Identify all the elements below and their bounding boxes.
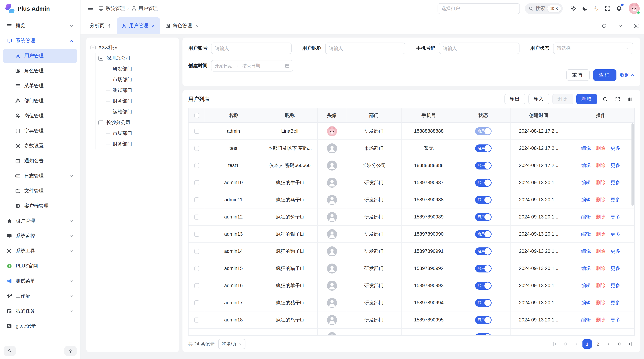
tree-node[interactable]: XXX科技: [90, 42, 174, 53]
edit-link[interactable]: 编辑: [581, 282, 591, 289]
sidebar-item-menus[interactable]: 菜单管理: [3, 79, 77, 93]
collapse-sidebar-button[interactable]: [4, 346, 16, 356]
tree-node[interactable]: 研发部门: [106, 64, 174, 74]
sidebar-item-logs[interactable]: DEV日志管理: [3, 169, 77, 183]
row-checkbox[interactable]: [194, 214, 199, 219]
sidebar-item-params[interactable]: 参数设置: [3, 139, 77, 153]
more-link[interactable]: 更多: [610, 300, 620, 306]
tree-node[interactable]: 市场部门: [106, 74, 174, 85]
sidebar-item-files[interactable]: 文件管理: [3, 184, 77, 198]
delete-link[interactable]: 删除: [596, 265, 606, 272]
edit-link[interactable]: 编辑: [581, 317, 591, 323]
status-toggle[interactable]: 启用: [475, 179, 492, 186]
delete-link[interactable]: 删除: [596, 162, 606, 169]
delete-link[interactable]: 删除: [596, 231, 606, 237]
tree-node[interactable]: 深圳总公司: [96, 53, 174, 64]
sidebar-item-posts[interactable]: 岗位管理: [3, 109, 77, 123]
sidebar-item-depts[interactable]: 部门管理: [3, 94, 77, 108]
row-checkbox[interactable]: [194, 146, 199, 151]
status-toggle[interactable]: 启用: [475, 299, 492, 307]
page-size-select[interactable]: 20条/页: [218, 339, 246, 349]
status-toggle[interactable]: 启用: [475, 247, 492, 255]
status-toggle[interactable]: 启用: [475, 127, 492, 135]
delete-button[interactable]: 删除: [552, 94, 573, 104]
delete-link[interactable]: 删除: [596, 214, 606, 220]
page-2[interactable]: 2: [593, 339, 602, 349]
delete-link[interactable]: 删除: [596, 317, 606, 323]
first-page-button[interactable]: [550, 339, 560, 349]
row-checkbox[interactable]: [194, 335, 199, 336]
import-button[interactable]: 导入: [528, 94, 549, 104]
row-checkbox[interactable]: [194, 317, 199, 322]
account-input[interactable]: [211, 42, 292, 54]
fullscreen-button[interactable]: [602, 3, 613, 14]
sidebar-item-dict[interactable]: 字典管理: [3, 124, 77, 138]
next-page-button[interactable]: [604, 339, 613, 349]
delete-link[interactable]: 删除: [596, 282, 606, 289]
more-link[interactable]: 更多: [610, 317, 620, 323]
chevron-down-button[interactable]: [612, 17, 628, 34]
sidebar-item-tools[interactable]: 系统工具: [3, 244, 77, 258]
scan-button[interactable]: [628, 17, 644, 34]
delete-link[interactable]: 删除: [596, 300, 606, 306]
close-icon[interactable]: [151, 23, 155, 28]
status-toggle[interactable]: 启用: [475, 316, 492, 324]
status-toggle[interactable]: 启用: [475, 333, 492, 336]
prev-page-button[interactable]: [572, 339, 581, 349]
more-link[interactable]: 更多: [610, 196, 620, 203]
tree-collapse-toggle[interactable]: [98, 120, 104, 125]
status-toggle[interactable]: 启用: [475, 144, 492, 152]
row-checkbox[interactable]: [194, 180, 199, 185]
edit-link[interactable]: 编辑: [581, 231, 591, 237]
status-select[interactable]: 请选择: [553, 42, 633, 54]
tab-analysis[interactable]: 分析页: [85, 17, 116, 34]
sidebar-item-notice[interactable]: 通知公告: [3, 154, 77, 168]
edit-link[interactable]: 编辑: [581, 265, 591, 272]
row-checkbox[interactable]: [194, 249, 199, 254]
tree-node[interactable]: 长沙分公司: [96, 117, 174, 128]
query-button[interactable]: 查询: [593, 69, 616, 81]
refresh-button[interactable]: [600, 94, 610, 104]
status-toggle[interactable]: 启用: [475, 282, 492, 290]
edit-link[interactable]: 编辑: [581, 145, 591, 151]
delete-link[interactable]: 删除: [596, 196, 606, 203]
jump-forward-button[interactable]: [615, 339, 624, 349]
more-link[interactable]: 更多: [610, 265, 620, 272]
edit-link[interactable]: 编辑: [581, 214, 591, 220]
sidebar-item-system[interactable]: 系统管理: [3, 34, 77, 48]
select-all-checkbox[interactable]: [194, 113, 199, 118]
status-toggle[interactable]: 启用: [475, 161, 492, 169]
delete-link[interactable]: 删除: [596, 179, 606, 186]
add-button[interactable]: 新增: [576, 94, 597, 104]
sidebar-item-roles[interactable]: 角色管理: [3, 64, 77, 78]
more-link[interactable]: 更多: [610, 248, 620, 254]
global-search-button[interactable]: 搜索 ⌘ K: [525, 3, 563, 14]
sidebar-item-workflow[interactable]: 工作流: [3, 289, 77, 303]
tree-node[interactable]: 市场部门: [106, 128, 174, 139]
sidebar-item-my-tasks[interactable]: 我的任务: [3, 304, 77, 318]
tree-node[interactable]: 测试部门: [106, 85, 174, 96]
edit-link[interactable]: 编辑: [581, 196, 591, 203]
status-toggle[interactable]: 启用: [475, 264, 492, 272]
app-logo[interactable]: Plus Admin: [0, 0, 80, 17]
phone-input[interactable]: [439, 42, 519, 54]
delete-link[interactable]: 删除: [596, 248, 606, 254]
edit-link[interactable]: 编辑: [581, 300, 591, 306]
refresh-button[interactable]: [596, 17, 612, 34]
tree-node[interactable]: 财务部门: [106, 139, 174, 149]
sidebar-item-users[interactable]: 用户管理: [3, 49, 77, 63]
expand-button[interactable]: [613, 94, 622, 104]
more-link[interactable]: 更多: [610, 282, 620, 289]
row-checkbox[interactable]: [194, 163, 199, 168]
more-link[interactable]: 更多: [610, 214, 620, 220]
edit-link[interactable]: 编辑: [581, 179, 591, 186]
user-avatar[interactable]: [628, 3, 640, 14]
translate-button[interactable]: 文A: [591, 3, 602, 14]
tab-user-management[interactable]: 用户管理: [116, 17, 160, 34]
tree-node[interactable]: 运维部门: [106, 107, 174, 117]
moon-button[interactable]: [579, 3, 590, 14]
more-link[interactable]: 更多: [610, 162, 620, 169]
tree-collapse-toggle[interactable]: [98, 56, 104, 61]
row-checkbox[interactable]: [194, 283, 199, 288]
breadcrumb-item[interactable]: 用户管理: [131, 5, 158, 12]
